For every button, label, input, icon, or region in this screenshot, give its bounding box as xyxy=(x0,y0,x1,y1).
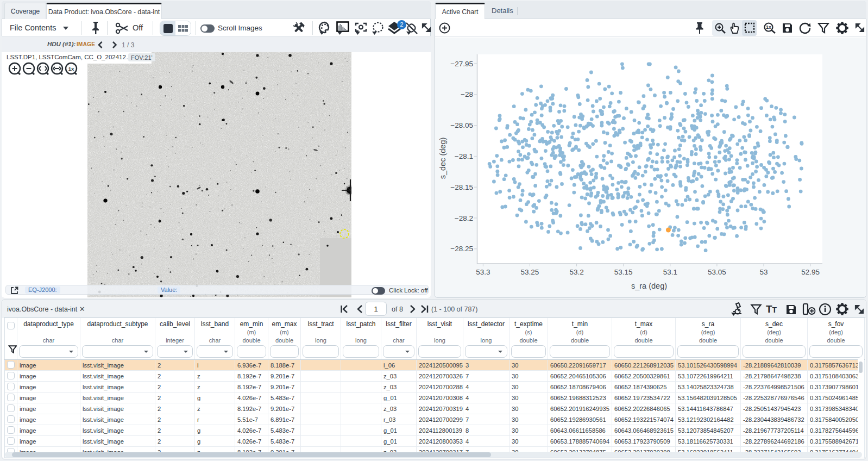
svg-text:1x: 1x xyxy=(68,66,74,72)
svg-text:52.95: 52.95 xyxy=(801,268,820,276)
svg-text:s_dec (deg): s_dec (deg) xyxy=(438,138,447,179)
svg-text:−28.2: −28.2 xyxy=(455,214,473,222)
svg-text:−28.1: −28.1 xyxy=(455,152,473,160)
svg-text:53.05: 53.05 xyxy=(708,268,726,276)
svg-text:−28.15: −28.15 xyxy=(450,183,473,191)
svg-text:53.25: 53.25 xyxy=(521,268,539,276)
svg-text:53.3: 53.3 xyxy=(476,268,490,276)
svg-text:53.15: 53.15 xyxy=(614,268,633,276)
svg-text:53.1: 53.1 xyxy=(663,268,677,276)
svg-text:s_ra (deg): s_ra (deg) xyxy=(631,282,667,290)
svg-text:−28.05: −28.05 xyxy=(450,121,473,129)
svg-text:53: 53 xyxy=(759,268,768,276)
svg-text:53.2: 53.2 xyxy=(569,268,583,276)
svg-text:−28.25: −28.25 xyxy=(450,245,473,253)
svg-text:1x: 1x xyxy=(766,24,771,30)
svg-text:−27.95: −27.95 xyxy=(450,60,473,68)
svg-text:−28: −28 xyxy=(461,90,473,98)
